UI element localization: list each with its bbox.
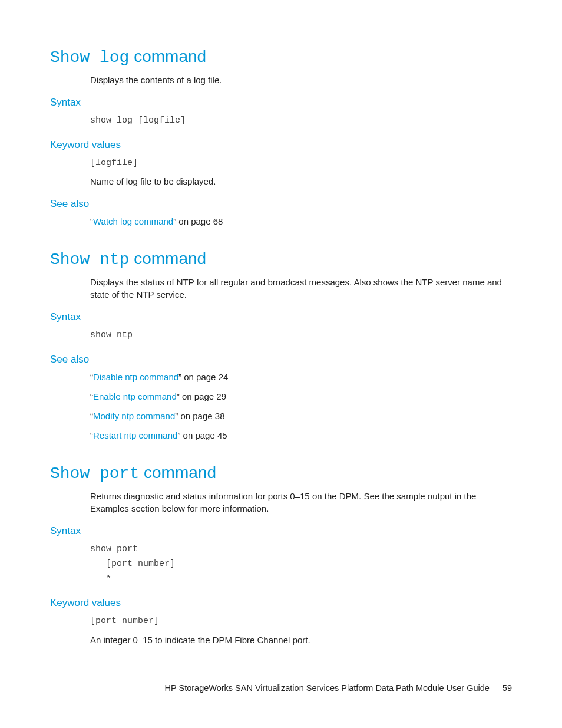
heading-command-name: Show log <box>50 48 129 67</box>
cross-reference-link[interactable]: Restart ntp command <box>93 430 177 440</box>
subheading: Syntax <box>50 525 512 537</box>
code-block: show ntp <box>90 328 512 343</box>
code-block: [logfile] <box>90 156 512 171</box>
cross-reference-link[interactable]: Watch log command <box>93 216 173 226</box>
link-suffix: ” on page 29 <box>177 391 226 401</box>
see-also-line: “Restart ntp command” on page 45 <box>90 427 512 443</box>
link-suffix: ” on page 45 <box>177 430 227 440</box>
subheading: See also <box>50 198 512 210</box>
link-suffix: ” on page 68 <box>173 216 223 226</box>
see-also-line: “Modify ntp command” on page 38 <box>90 408 512 424</box>
section-heading: Show port command <box>50 463 512 483</box>
cross-reference-link[interactable]: Disable ntp command <box>93 372 178 382</box>
section-heading: Show ntp command <box>50 249 512 269</box>
link-suffix: ” on page 24 <box>178 372 228 382</box>
cross-reference-link[interactable]: Modify ntp command <box>93 411 175 421</box>
heading-command-name: Show port <box>50 465 139 483</box>
cross-reference-link[interactable]: Enable ntp command <box>93 391 177 401</box>
code-block: show port [port number] * <box>90 542 512 587</box>
body-text: Name of log file to be displayed. <box>90 175 512 187</box>
section-description: Displays the status of NTP for all regul… <box>90 276 512 301</box>
heading-command-name: Show ntp <box>50 251 129 269</box>
subheading: Keyword values <box>50 597 512 609</box>
subheading: Syntax <box>50 97 512 108</box>
code-block: [port number] <box>90 614 512 629</box>
code-block: show log [logfile] <box>90 113 512 129</box>
see-also-line: “Watch log command” on page 68 <box>90 213 512 229</box>
footer-title: HP StorageWorks SAN Virtualization Servi… <box>165 683 490 693</box>
link-suffix: ” on page 38 <box>175 411 224 421</box>
see-also-line: “Disable ntp command” on page 24 <box>90 369 512 385</box>
heading-suffix: command <box>129 47 206 65</box>
heading-suffix: command <box>129 249 206 268</box>
body-text: An integer 0–15 to indicate the DPM Fibr… <box>90 634 512 646</box>
page-number: 59 <box>503 683 512 693</box>
see-also-line: “Enable ntp command” on page 29 <box>90 388 512 404</box>
page-footer: HP StorageWorks SAN Virtualization Servi… <box>165 683 512 693</box>
subheading: Keyword values <box>50 139 512 151</box>
section-description: Displays the contents of a log file. <box>90 74 512 86</box>
subheading: Syntax <box>50 311 512 323</box>
section-description: Returns diagnostic and status informatio… <box>90 490 512 515</box>
heading-suffix: command <box>139 463 216 482</box>
subheading: See also <box>50 354 512 365</box>
section-heading: Show log command <box>50 47 512 67</box>
